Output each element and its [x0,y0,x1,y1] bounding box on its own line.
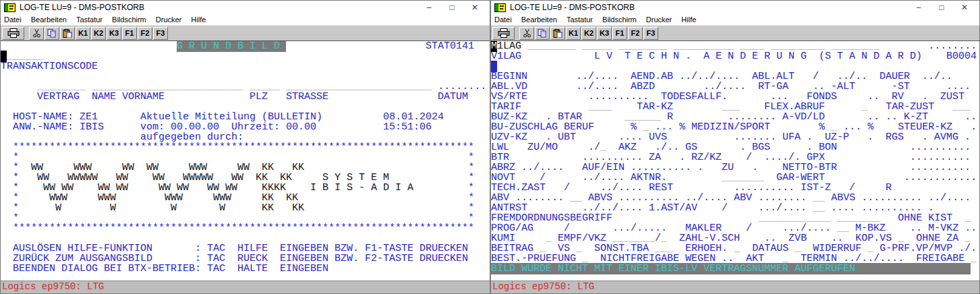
paste-button[interactable] [60,27,75,40]
cut-button[interactable] [519,27,534,40]
status-text: Logics ep9750: LTG [2,281,104,292]
terminal-line: NOVT / ../.... AKTNR. _______ GAR-WERT .… [491,173,979,183]
terminal-line: * W W W W KK KK * [1,203,490,213]
terminal-line: ****************************************… [1,223,490,233]
menu-drucker[interactable]: Drucker [646,16,672,24]
key-button-f1[interactable]: F1 [612,27,627,40]
key-button-k1[interactable]: K1 [566,27,581,40]
maximize-button[interactable]: □ [440,1,463,13]
menu-bildschirm[interactable]: Bildschirm [112,16,146,24]
key-button-f2[interactable]: F2 [628,27,643,40]
copy-icon [47,29,57,38]
terminal-line: ANW.-NAME: IBIS vom: 00.00.00 Uhrzeit: 0… [1,122,490,132]
minimize-button[interactable]: – [417,1,440,13]
key-button-f2[interactable]: F2 [138,27,152,40]
terminal-line: * * [1,152,490,163]
terminal-line: ______ [1,51,490,61]
title-bar[interactable]: LOG-TE LU=9 - DMS-POSTKORB – □ ✕ [1,1,490,14]
terminal-line: TRANSAKTIONSCODE [1,61,490,71]
menu-bildschirm[interactable]: Bildschirm [602,16,637,24]
menu-bearbeiten[interactable]: Bearbeiten [31,16,67,24]
key-button-k1[interactable]: K1 [76,27,90,40]
printer-icon [7,28,20,38]
maximize-button[interactable]: □ [930,1,953,13]
print-button[interactable] [2,27,24,40]
terminal-line: HOST-NAME: ZE1 Aktuelle Mitteilung (BULL… [1,112,490,122]
toolbar: K1K2K3F1F2F3 [1,25,490,40]
key-button-f3[interactable]: F3 [153,27,168,40]
terminal-line: BEITRAG _ VS _ SONST.TBA ___ ERHOEH. _ D… [491,243,979,254]
terminal-line: BUZ-KZ . BTAR ______ R ........ A-VD/LD … [491,112,979,122]
terminal-line [491,274,979,281]
terminal-window-left: LOG-TE LU=9 - DMS-POSTKORB – □ ✕ DateiBe… [0,0,490,294]
terminal-line: LWL ZU/MO ./_ AKZ ./.. GS . BGS . BON ..… [491,142,979,152]
paste-button[interactable] [550,27,565,40]
terminal-line: V1LAG L V T E C H N . A E N D E R U N G … [491,51,979,61]
app-icon [4,3,16,12]
terminal-line: TECH.ZAST / ../.... REST .......... IST-… [491,183,979,193]
menu-datei[interactable]: Datei [494,16,512,24]
terminal-line: ANTRST ../../.... 1.AST/AV / .../.... __… [491,203,979,213]
key-button-k3[interactable]: K3 [107,27,121,40]
menu-bearbeiten[interactable]: Bearbeiten [521,16,557,24]
menu-datei[interactable]: Datei [4,16,22,24]
terminal-screen[interactable]: M1LAG ________ _____ ________ __________… [491,40,979,281]
printer-icon [498,28,510,38]
terminal-line: ABRZ ../.... AUF/EIN .......... . ZU . N… [491,163,979,173]
terminal-line: BEST.-PRUEFUNG _ NICHTFREIGABE WEGEN .. … [491,254,979,264]
menu-hilfe[interactable]: Hilfe [191,16,206,24]
key-button-f1[interactable]: F1 [122,27,137,40]
terminal-line: aufgegeben durch: [1,132,490,142]
terminal-window-right: LOG-TE LU=9 - DMS-POSTKORB – □ ✕ DateiBe… [490,0,980,294]
toolbar: K1K2K3F1F2F3 [491,25,979,40]
terminal-line: TARIF ____ TAR-KZ ___ FLEX.ABRUF _ TAR-Z… [491,102,979,112]
print-button[interactable] [492,27,515,40]
cut-icon [523,29,531,38]
terminal-line: * WWW WWW WWW WWW KK KK * [1,193,490,203]
terminal-line: BEGINN ../.... AEND.AB ../../.... ABL.AL… [491,71,979,82]
app-icon [494,3,506,12]
menu-hilfe[interactable]: Hilfe [681,16,696,24]
status-bar: Logics ep9750: LTG [491,281,979,293]
terminal-line [1,71,490,82]
title-bar[interactable]: LOG-TE LU=9 - DMS-POSTKORB – □ ✕ [491,1,979,14]
copy-button[interactable] [45,27,59,40]
terminal-line: ABL.VD ../.... ABZD ../.... RT-GA .. -AL… [491,82,979,92]
terminal-line: ZURÜCK ZUM AUSGANGSBILD : TAC RUECK EING… [1,254,490,264]
terminal-line: ________ _________________________ _____… [1,82,490,92]
menu-drucker[interactable]: Drucker [156,16,182,24]
terminal-line: ABV ........ __ ABVS .......... ../.... … [491,193,979,203]
menu-tastatur[interactable]: Tastatur [76,16,103,24]
terminal-line: VS/RTE .......... TODESFALLF. ... FONDS … [491,92,979,102]
status-bar: Logics ep9750: LTG [1,281,490,293]
key-button-k2[interactable]: K2 [581,27,596,40]
key-button-k2[interactable]: K2 [91,27,106,40]
terminal-line: FREMDORDNUNGSBEGRIFF ____________ ______… [491,213,979,223]
terminal-line: M1LAG ________ _____ ________ __________… [491,41,979,51]
terminal-screen[interactable]: G R U N D B I L D STAT0141 ______TRANSAK… [1,40,490,281]
copy-button[interactable] [535,27,550,40]
terminal-line: UZV-KZ . UBT .... UVS ....... UFA . UZ-P… [491,132,979,142]
minimize-button[interactable]: – [907,1,930,13]
desktop: LOG-TE LU=9 - DMS-POSTKORB – □ ✕ DateiBe… [0,0,980,294]
terminal-line: G R U N D B I L D STAT0141 [1,41,490,51]
terminal-line: * WW WWW WW WW WWW WW KK KK * [1,163,490,173]
paste-icon [63,29,72,38]
cut-button[interactable] [29,27,44,40]
status-text: Logics ep9750: LTG [492,281,594,292]
terminal-line [1,233,490,243]
menu-tastatur[interactable]: Tastatur [567,16,593,24]
key-button-f3[interactable]: F3 [643,27,658,40]
terminal-line: BU-ZUSCHLAG BERUF % _ ... % MEDIZIN/SPOR… [491,122,979,132]
terminal-line: KUMI _ EMPF/VKZ _______/_ ZAHL-V.SCH .. … [491,233,979,243]
terminal-line: * WW WWWWW WW WW WWWWW WW KK KK S Y S T … [1,173,490,183]
key-button-k3[interactable]: K3 [597,27,612,40]
menu-bar: DateiBearbeitenTastaturBildschirmDrucker… [1,14,490,25]
close-button[interactable]: ✕ [953,1,976,13]
menu-bar: DateiBearbeitenTastaturBildschirmDrucker… [491,14,979,25]
close-button[interactable]: ✕ [463,1,486,13]
window-title: LOG-TE LU=9 - DMS-POSTKORB [510,3,907,12]
copy-icon [538,29,547,38]
terminal-line: VERTRAG NAME VORNAME PLZ STRASSE DATUM [1,92,490,102]
terminal-line: BILD WURDE NICHT MIT EINER IBIS-LV VERTR… [491,264,979,274]
